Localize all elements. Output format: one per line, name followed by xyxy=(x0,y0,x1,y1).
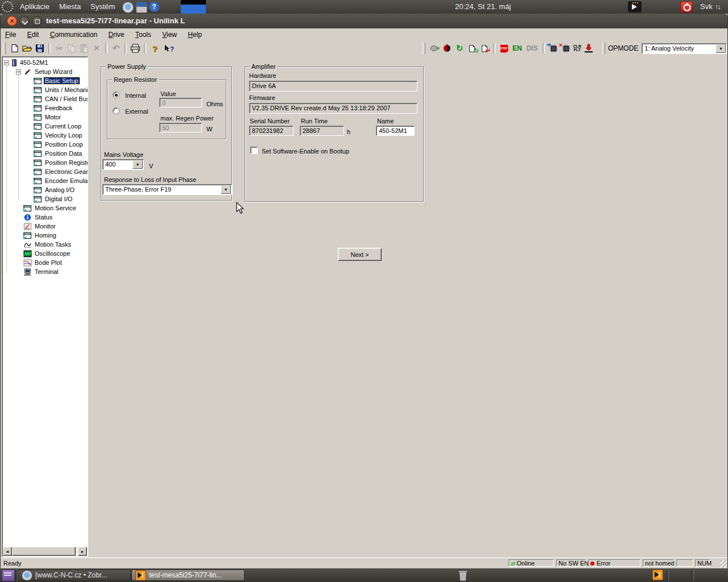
tree-item-setup-wizard[interactable]: Setup Wizard xyxy=(2,67,88,76)
refresh-button[interactable]: ↻ xyxy=(454,43,465,53)
response-loss-combo[interactable]: Three-Phase, Error F19 ▼ xyxy=(102,184,232,195)
disconnect-button[interactable] xyxy=(429,43,440,53)
print-button[interactable] xyxy=(130,43,141,53)
page-icon xyxy=(34,114,42,121)
menu-view[interactable]: View xyxy=(158,28,181,39)
tree-item-current-loop[interactable]: Current Loop xyxy=(2,122,88,131)
layout-arrows-icon[interactable]: ↑↓ xyxy=(715,0,720,14)
open-file-button[interactable] xyxy=(22,43,33,53)
tree-item-units-mechanical[interactable]: Units / Mechanic xyxy=(2,85,88,94)
copy-button[interactable] xyxy=(66,43,77,53)
online-icon: ⇄ xyxy=(511,560,515,567)
name-field[interactable]: 450-52M1 xyxy=(376,126,415,136)
scroll-left-button[interactable]: ◄ xyxy=(3,547,12,556)
clock-applet[interactable]: 20:24, St 21. máj xyxy=(455,0,511,14)
window-switcher-icon[interactable] xyxy=(628,1,642,13)
scroll-right-button[interactable]: ► xyxy=(78,547,87,556)
tree-item-motion-tasks[interactable]: Motion Tasks xyxy=(2,240,88,249)
clear-faults-button[interactable]: CLR FLT xyxy=(573,45,581,52)
close-button[interactable]: × xyxy=(7,16,17,26)
tree-item-position-register[interactable]: Position Registe xyxy=(2,158,88,167)
maximize-button[interactable] xyxy=(32,16,42,26)
toolbar-gripper[interactable] xyxy=(423,43,425,54)
next-button[interactable]: Next > xyxy=(338,248,382,261)
software-launcher-icon[interactable] xyxy=(136,2,147,13)
unilink-tray-icon[interactable] xyxy=(652,569,663,580)
tree-item-bode-plot[interactable]: Bode Plot xyxy=(2,258,88,267)
tree-item-terminal[interactable]: Terminal xyxy=(2,267,88,276)
delete-button[interactable]: × xyxy=(91,43,102,53)
tree-item-motion-service[interactable]: Motion Service xyxy=(2,203,88,213)
enable-button[interactable]: EN xyxy=(512,44,522,52)
toolbar-gripper[interactable] xyxy=(3,43,6,54)
tree-item-electronic-gearing[interactable]: Electronic Gearii xyxy=(2,167,88,176)
software-enable-checkbox[interactable] xyxy=(250,147,258,154)
power-icon xyxy=(681,2,693,12)
save-to-eeprom-button[interactable]: ➾ xyxy=(548,43,559,53)
paste-button[interactable] xyxy=(78,43,90,53)
help-launcher-icon[interactable]: ? xyxy=(149,2,159,12)
applications-menu[interactable]: Aplikácie xyxy=(18,0,52,14)
connect-button[interactable] xyxy=(441,43,453,53)
menu-edit[interactable]: Edit xyxy=(23,28,44,39)
menu-communication[interactable]: Communication xyxy=(46,28,102,39)
tree-item-monitor[interactable]: Monitor xyxy=(2,222,88,231)
menu-file[interactable]: File xyxy=(1,28,20,39)
external-radio[interactable] xyxy=(113,107,119,114)
task-button-browser[interactable]: [www.C-N-C.cz • Zobr... xyxy=(18,569,131,581)
titlebar[interactable]: × test-mesa5i25-7i77-linear.par - Unilin… xyxy=(1,14,727,28)
places-menu[interactable]: Miesta xyxy=(57,0,83,14)
tree-item-position-loop[interactable]: Position Loop xyxy=(2,140,88,149)
opmode-dropdown-icon[interactable]: ▼ xyxy=(715,44,726,53)
system-menu[interactable]: Systém xyxy=(88,0,117,14)
mains-voltage-combo[interactable]: 400 ▼ xyxy=(102,159,144,170)
tree-item-digital-io[interactable]: Digital I/O xyxy=(2,194,88,203)
scrollbar-thumb[interactable] xyxy=(12,547,76,556)
tree-item-basic-setup[interactable]: Basic Setup xyxy=(2,76,88,85)
menu-tools[interactable]: Tools xyxy=(131,28,156,39)
tree-horizontal-scrollbar[interactable]: ◄ ► xyxy=(3,547,87,556)
undo-button[interactable]: ↶ xyxy=(110,43,122,53)
minimize-button[interactable] xyxy=(19,16,30,26)
tree-collapse-box[interactable] xyxy=(4,60,9,65)
browser-launcher-icon[interactable] xyxy=(122,2,134,13)
ubuntu-logo-icon[interactable] xyxy=(2,1,13,13)
tree-item-velocity-loop[interactable]: Velocity Loop xyxy=(2,131,88,140)
context-help-button[interactable]: ? xyxy=(162,43,173,53)
tree-item-analog-io[interactable]: Analog I/O xyxy=(2,185,88,194)
new-file-button[interactable] xyxy=(9,43,20,53)
system-monitor-applet[interactable] xyxy=(181,0,206,14)
menu-drive[interactable]: Drive xyxy=(104,28,129,39)
trash-icon[interactable] xyxy=(457,569,470,581)
download-button[interactable] xyxy=(583,43,594,53)
tree-item-drive[interactable]: 450-52M1 xyxy=(2,58,88,67)
tree-item-encoder-emulation[interactable]: Encoder Emulati xyxy=(2,176,88,185)
cut-button[interactable]: ✂ xyxy=(53,43,65,53)
keyboard-layout-indicator[interactable]: Svk xyxy=(700,0,713,14)
response-dropdown-icon[interactable]: ▼ xyxy=(221,185,231,194)
tree-item-status[interactable]: Status xyxy=(2,213,88,222)
resize-grip[interactable] xyxy=(719,560,727,568)
opmode-combo[interactable]: 1: Analog Velocity ▼ xyxy=(642,43,727,54)
save-button[interactable] xyxy=(34,43,46,53)
internal-radio[interactable] xyxy=(113,92,119,98)
tree-item-motor[interactable]: Motor xyxy=(2,113,88,122)
tree-item-homing[interactable]: Homing xyxy=(2,231,88,240)
help-button[interactable]: ? xyxy=(149,43,160,53)
tree-item-oscilloscope[interactable]: Oscilloscope xyxy=(2,249,88,258)
clear-eeprom-button[interactable]: × xyxy=(560,43,572,53)
toolbar-gripper[interactable] xyxy=(602,43,605,54)
load-params-button[interactable]: ↵ xyxy=(479,43,490,53)
task-button-unilink[interactable]: test-mesa5i25-7i77-lin... xyxy=(131,569,245,581)
tree-collapse-box[interactable] xyxy=(16,69,21,74)
tree-item-feedback[interactable]: Feedback xyxy=(2,103,88,113)
disable-button[interactable]: DIS xyxy=(527,44,538,52)
tree-item-can-field-bus[interactable]: CAN / Field Bus xyxy=(2,94,88,103)
menu-help[interactable]: Help xyxy=(183,28,206,39)
tree-item-position-data[interactable]: Position Data xyxy=(2,149,88,158)
power-button[interactable] xyxy=(680,1,693,13)
refresh-params-button[interactable]: ↻ xyxy=(466,43,478,53)
stop-button[interactable]: STOP xyxy=(499,44,509,53)
mains-dropdown-icon[interactable]: ▼ xyxy=(133,160,143,169)
show-desktop-icon[interactable] xyxy=(2,569,15,581)
